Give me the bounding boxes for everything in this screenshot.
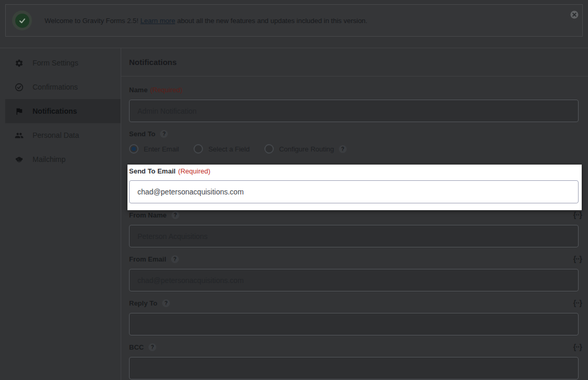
name-label: Name: [129, 86, 147, 94]
radio-label: Configure Routing: [279, 145, 334, 153]
from-email-input[interactable]: [129, 269, 579, 291]
help-icon[interactable]: ?: [171, 255, 179, 263]
help-icon[interactable]: ?: [339, 145, 347, 153]
page-title: Notifications: [129, 58, 177, 67]
radio-circle: [264, 144, 274, 154]
people-icon: [15, 131, 24, 140]
bcc-label: BCC: [129, 343, 144, 351]
name-input[interactable]: [129, 100, 579, 122]
field-reply-to: Reply To ? {··}: [129, 299, 582, 335]
settings-panel: Form Settings Confirmations Notification…: [0, 48, 588, 380]
gear-icon: [15, 59, 24, 68]
sidebar-item-label: Form Settings: [33, 59, 78, 67]
merge-tag-icon[interactable]: {··}: [573, 343, 582, 351]
radio-select-a-field[interactable]: Select a Field: [194, 144, 250, 154]
help-icon[interactable]: ?: [160, 130, 168, 138]
merge-tag-icon[interactable]: {··}: [573, 211, 582, 219]
radio-circle: [194, 144, 203, 154]
send-to-email-label: Send To Email: [129, 167, 176, 175]
sidebar-item-form-settings[interactable]: Form Settings: [0, 51, 121, 75]
from-name-input[interactable]: [129, 225, 579, 247]
help-icon[interactable]: ?: [148, 343, 156, 351]
sidebar-item-notifications[interactable]: Notifications: [5, 99, 121, 123]
from-email-label: From Email: [129, 255, 166, 263]
radio-circle: [129, 144, 138, 154]
banner-message-suffix: about all the new features and updates i…: [177, 17, 368, 25]
banner-message-prefix: Welcome to Gravity Forms 2.5!: [45, 17, 138, 25]
send-to-email-input[interactable]: [129, 180, 579, 203]
sidebar-item-label: Personal Data: [33, 131, 79, 139]
learn-more-link[interactable]: Learn more: [141, 17, 175, 25]
banner-message: Welcome to Gravity Forms 2.5! Learn more…: [45, 17, 367, 25]
settings-sidebar: Form Settings Confirmations Notification…: [0, 48, 121, 380]
success-check-icon-inner: [15, 14, 29, 28]
bcc-input[interactable]: [129, 357, 579, 379]
help-icon[interactable]: ?: [162, 299, 170, 307]
send-to-radio-group: Enter Email Select a Field Configure Rou…: [129, 143, 582, 155]
field-send-to: Send To ? Enter Email Select a Field Con…: [129, 129, 582, 155]
merge-tag-icon[interactable]: {··}: [573, 255, 582, 263]
radio-label: Enter Email: [144, 145, 179, 153]
check-circle-icon: [15, 83, 24, 92]
sidebar-item-confirmations[interactable]: Confirmations: [0, 75, 121, 99]
send-to-label: Send To: [129, 130, 155, 138]
notifications-content: Notifications Name (Required) Send To ?: [121, 48, 588, 380]
notification-form: Name (Required) Send To ? Enter Email: [121, 77, 588, 379]
mailchimp-icon: [15, 155, 24, 164]
field-send-to-email-highlighted: Send To Email (Required): [127, 165, 582, 210]
sidebar-item-label: Notifications: [33, 107, 77, 115]
reply-to-input[interactable]: [129, 313, 579, 335]
success-check-icon: [12, 10, 32, 30]
send-to-email-required-label: (Required): [178, 167, 210, 175]
flag-icon: [15, 107, 24, 116]
radio-label: Select a Field: [208, 145, 250, 153]
field-from-email: From Email ? {··}: [129, 255, 582, 291]
name-required-label: (Required): [150, 86, 182, 94]
reply-to-label: Reply To: [129, 299, 157, 307]
close-icon[interactable]: [570, 10, 579, 19]
sidebar-item-mailchimp[interactable]: Mailchimp: [0, 147, 121, 171]
sidebar-item-personal-data[interactable]: Personal Data: [0, 123, 121, 147]
sidebar-item-label: Mailchimp: [33, 155, 66, 164]
field-name: Name (Required): [129, 85, 582, 122]
merge-tag-icon[interactable]: {··}: [573, 299, 582, 307]
field-bcc: BCC ? {··}: [129, 343, 582, 379]
sidebar-item-label: Confirmations: [33, 83, 78, 91]
help-icon[interactable]: ?: [172, 211, 179, 219]
field-from-name: From Name ? {··}: [129, 211, 582, 247]
content-header: Notifications: [121, 48, 588, 77]
from-name-label: From Name: [129, 211, 167, 219]
welcome-banner: Welcome to Gravity Forms 2.5! Learn more…: [5, 4, 583, 37]
radio-configure-routing[interactable]: Configure Routing ?: [264, 144, 347, 154]
radio-enter-email[interactable]: Enter Email: [129, 144, 179, 154]
